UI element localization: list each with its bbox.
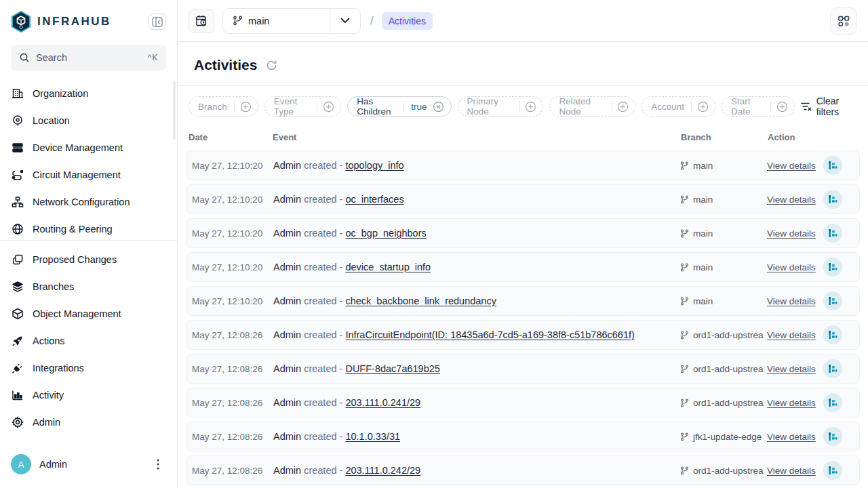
server-stack-icon	[11, 142, 24, 155]
filter-chip[interactable]: Event Type	[264, 96, 341, 117]
related-tree-button[interactable]	[823, 156, 842, 175]
related-tree-button[interactable]	[823, 224, 842, 243]
event-verb: created	[304, 363, 336, 374]
related-tree-button[interactable]	[823, 393, 842, 412]
event-object-link[interactable]: 203.111.0.242/29	[345, 465, 420, 476]
filter-chip[interactable]: Related Node	[549, 96, 635, 117]
sidebar-item-routing-peering[interactable]: Routing & Peering	[0, 216, 177, 237]
event-separator: -	[340, 160, 343, 171]
related-tree-button[interactable]	[823, 427, 842, 446]
sidebar-item-network-configuration[interactable]: Network Configuration	[0, 188, 177, 216]
sidebar-item-proposed-changes[interactable]: Proposed Changes	[0, 246, 177, 273]
row-date: May 27, 12:10:20	[192, 161, 273, 171]
time-travel-button[interactable]	[189, 9, 214, 33]
event-actor: Admin	[273, 160, 301, 171]
breadcrumb-activities[interactable]: Activities	[382, 12, 433, 30]
filter-chip[interactable]: Branch	[189, 96, 258, 117]
view-details-link[interactable]: View details	[767, 161, 816, 171]
filter-x-icon	[801, 102, 812, 111]
related-tree-button[interactable]	[823, 325, 842, 344]
refresh-button[interactable]	[264, 58, 279, 73]
branch-selector[interactable]: main	[222, 8, 361, 34]
clear-filters-button[interactable]: Clear filters	[801, 96, 857, 117]
circle-plus-icon[interactable]	[519, 101, 542, 113]
search-input[interactable]: Search ^K	[11, 45, 166, 70]
view-details-link[interactable]: View details	[767, 296, 816, 306]
tree-view-icon	[828, 161, 837, 170]
event-object-link[interactable]: check_backbone_link_redundancy	[345, 296, 496, 306]
app-window: INFRAHUB Search ^K	[0, 0, 868, 488]
row-event: Admin created - 10.1.0.33/31	[273, 431, 680, 442]
user-menu-button[interactable]	[150, 456, 166, 472]
row-branch: ord1-add-upstrea	[680, 364, 767, 374]
sidebar-item-activity[interactable]: Activity	[0, 382, 177, 409]
brand-logo[interactable]: INFRAHUB	[11, 11, 111, 33]
view-details-link[interactable]: View details	[767, 398, 816, 408]
schema-visualizer-button[interactable]	[830, 7, 857, 35]
tree-view-icon	[828, 262, 837, 272]
view-details-link[interactable]: View details	[767, 466, 816, 476]
view-details-link[interactable]: View details	[767, 195, 816, 205]
filter-chip[interactable]: Start Date	[722, 96, 795, 117]
row-event: Admin created - topology_info	[273, 160, 680, 171]
sidebar-item-label: Device Management	[33, 142, 123, 153]
circle-plus-icon[interactable]	[692, 101, 715, 113]
filter-chip-active[interactable]: Has Children true	[347, 96, 451, 117]
circle-plus-icon[interactable]	[317, 101, 340, 113]
event-object-link[interactable]: device_startup_info	[345, 262, 431, 272]
sidebar-item-circuit-management[interactable]: Circuit Management	[0, 161, 177, 188]
row-event: Admin created - DUFF-8dac7a619b25	[273, 363, 680, 374]
sidebar-item-integrations[interactable]: Integrations	[0, 354, 177, 382]
branch-dropdown-toggle[interactable]	[330, 9, 360, 33]
event-object-link[interactable]: 10.1.0.33/31	[345, 431, 400, 442]
sidebar-collapse-button[interactable]	[149, 14, 166, 30]
table-row: May 27, 12:08:26 Admin created - DUFF-8d…	[186, 354, 860, 384]
related-tree-button[interactable]	[823, 190, 842, 209]
sidebar-item-device-management[interactable]: Device Management	[0, 134, 177, 161]
event-verb: created	[304, 397, 336, 408]
related-tree-button[interactable]	[823, 291, 842, 310]
view-details-link[interactable]: View details	[767, 364, 816, 374]
event-object-link[interactable]: 203.111.0.241/29	[345, 397, 420, 408]
view-details-link[interactable]: View details	[767, 432, 816, 442]
circle-x-icon[interactable]	[433, 101, 451, 113]
row-actions: View details	[767, 156, 856, 175]
event-object-link[interactable]: oc_bgp_neighbors	[345, 228, 426, 239]
sidebar-item-organization[interactable]: Organization	[0, 80, 177, 107]
sidebar-divider	[0, 240, 177, 241]
sidebar-item-object-management[interactable]: Object Management	[0, 300, 177, 327]
circle-plus-icon[interactable]	[612, 101, 635, 113]
event-object-link[interactable]: InfraCircuitEndpoint(ID: 18435a6d-7cd5-a…	[345, 329, 634, 340]
view-details-link[interactable]: View details	[767, 330, 816, 340]
git-branch-icon	[680, 297, 689, 306]
sidebar-item-label: Admin	[33, 417, 60, 428]
tree-view-icon	[828, 296, 837, 306]
circle-plus-icon[interactable]	[771, 101, 794, 113]
sidebar-item-label: Organization	[33, 88, 88, 99]
branch-label: ord1-add-upstrea	[693, 398, 764, 408]
user-name: Admin	[39, 459, 142, 470]
brand-name: INFRAHUB	[37, 15, 111, 28]
sidebar-item-branches[interactable]: Branches	[0, 273, 177, 300]
view-details-link[interactable]: View details	[767, 262, 816, 272]
related-tree-button[interactable]	[823, 461, 842, 480]
table-row: May 27, 12:08:26 Admin created - 10.1.0.…	[186, 422, 860, 451]
event-object-link[interactable]: oc_interfaces	[345, 194, 403, 205]
event-object-link[interactable]: topology_info	[345, 160, 403, 171]
sidebar-item-location[interactable]: Location	[0, 107, 177, 134]
filter-bar: Branch Event Type Has Children true Prim…	[178, 86, 868, 125]
related-tree-button[interactable]	[823, 359, 842, 378]
event-object-link[interactable]: DUFF-8dac7a619b25	[345, 363, 439, 374]
filter-chip-label: Start Date	[722, 96, 770, 117]
sidebar-scrollbar[interactable]	[173, 81, 176, 140]
filter-chip[interactable]: Account	[642, 96, 715, 117]
circle-plus-icon[interactable]	[235, 101, 258, 113]
view-details-link[interactable]: View details	[767, 228, 816, 239]
sidebar-item-actions[interactable]: Actions	[0, 327, 177, 354]
sidebar-item-label: Object Management	[33, 308, 121, 319]
filter-chip[interactable]: Primary Node	[458, 96, 544, 117]
sidebar-item-admin[interactable]: Admin	[0, 409, 177, 436]
branch-label: main	[693, 161, 713, 171]
row-date: May 27, 12:10:20	[192, 228, 273, 239]
related-tree-button[interactable]	[823, 258, 842, 277]
